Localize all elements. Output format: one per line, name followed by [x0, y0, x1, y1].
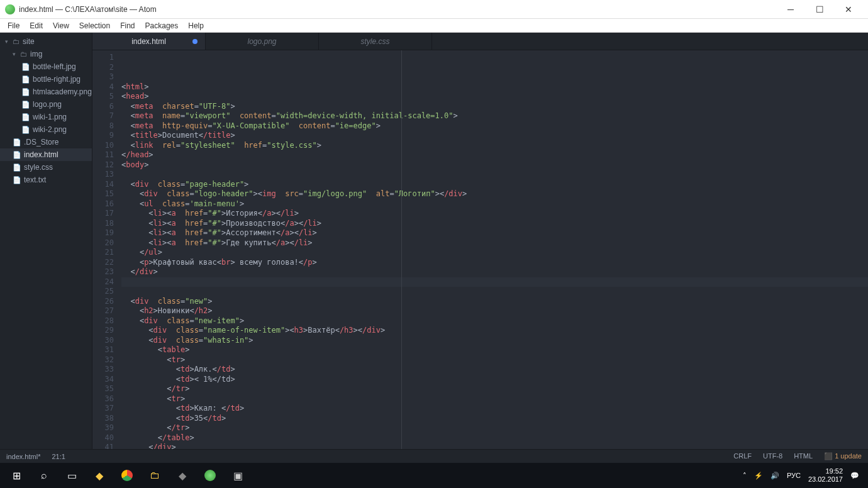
tab-logo-png[interactable]: logo.png: [206, 33, 319, 50]
status-encoding[interactable]: UTF-8: [763, 452, 782, 460]
wrap-guide: [401, 50, 402, 449]
window-controls: ─ ☐ ✕: [776, 0, 863, 19]
file-icon: 📄: [13, 164, 21, 172]
file-icon: 📄: [13, 151, 21, 159]
file-icon: 📄: [21, 63, 30, 71]
tree-label: .DS_Store: [24, 138, 58, 147]
tree-file[interactable]: 📄 wiki-2.png: [0, 123, 92, 136]
window-title: index.html — C:\ЛЕХА\атом\site — Atom: [19, 5, 157, 14]
tree-file[interactable]: 📄 htmlacademy.png: [0, 86, 92, 98]
status-cursor[interactable]: 21:1: [52, 453, 65, 460]
chevron-down-icon: ▾: [5, 38, 11, 45]
taskbar-atom[interactable]: [196, 463, 224, 488]
tree-label: img: [30, 50, 42, 58]
taskbar-chrome[interactable]: [113, 463, 141, 488]
atom-icon: [204, 470, 216, 481]
start-button[interactable]: ⊞: [3, 463, 30, 488]
tree-label: bottle-left.jpg: [33, 62, 76, 71]
tab-label: index.html: [131, 37, 166, 46]
windows-icon: ⊞: [9, 469, 23, 482]
tree-file[interactable]: 📄 bottle-right.jpg: [0, 73, 92, 86]
status-eol[interactable]: CRLF: [733, 452, 752, 460]
tab-label: style.css: [360, 37, 389, 46]
menu-selection[interactable]: Selection: [74, 20, 115, 31]
tree-label: bottle-right.jpg: [33, 75, 81, 84]
folder-icon: 🗀: [148, 469, 162, 482]
notifications-icon[interactable]: 💬: [850, 472, 859, 480]
tree-file[interactable]: 📄 text.txt: [0, 174, 92, 186]
file-tree[interactable]: ▾ 🗀 site ▾ 🗀 img 📄 bottle-left.jpg 📄 bot…: [0, 33, 92, 449]
system-tray[interactable]: ˄ ⚡ 🔊 РУС 19:52 23.02.2017 💬: [743, 467, 865, 484]
tree-label: wiki-2.png: [33, 125, 67, 134]
taskview-icon: ▭: [65, 469, 79, 482]
status-update[interactable]: ⬛ 1 update: [824, 452, 862, 460]
tree-label: site: [23, 37, 35, 46]
menu-file[interactable]: File: [3, 20, 25, 31]
file-icon: 📄: [21, 101, 30, 109]
file-icon: 📄: [21, 88, 30, 96]
tray-chevron-up-icon[interactable]: ˄: [743, 472, 747, 480]
tree-file[interactable]: 📄 logo.png: [0, 98, 92, 111]
tree-file[interactable]: 📄 style.css: [0, 161, 92, 174]
tab-label: logo.png: [247, 37, 276, 46]
file-icon: 📄: [13, 176, 21, 184]
code-content[interactable]: <html><head> <meta charset="UTF-8"> <met…: [121, 50, 868, 449]
taskbar-explorer[interactable]: 🗀: [141, 463, 169, 488]
tree-folder-img[interactable]: ▾ 🗀 img: [0, 48, 92, 60]
tree-file[interactable]: 📄 .DS_Store: [0, 136, 92, 148]
taskbar-terminal[interactable]: ▣: [224, 463, 252, 488]
app-icon: ◆: [92, 469, 106, 482]
keyboard-lang[interactable]: РУС: [787, 472, 801, 479]
terminal-icon: ▣: [231, 469, 245, 482]
menu-view[interactable]: View: [48, 20, 74, 31]
menu-packages[interactable]: Packages: [140, 20, 184, 31]
status-bar: index.html* 21:1 CRLF UTF-8 HTML ⬛ 1 upd…: [0, 449, 868, 463]
tree-file-index[interactable]: 📄 index.html: [0, 148, 92, 161]
tree-label: htmlacademy.png: [33, 87, 92, 96]
taskbar: ⊞ ⌕ ▭ ◆ 🗀 ◆ ▣ ˄ ⚡ 🔊 РУС 19:52 23.02.2017…: [0, 463, 868, 488]
tab-bar: index.html logo.png style.css: [92, 33, 868, 50]
title-bar: index.html — C:\ЛЕХА\атом\site — Atom ─ …: [0, 0, 868, 19]
status-language[interactable]: HTML: [794, 452, 813, 460]
tree-label: logo.png: [33, 100, 62, 109]
maximize-button[interactable]: ☐: [805, 0, 834, 19]
menu-help[interactable]: Help: [183, 20, 209, 31]
close-button[interactable]: ✕: [834, 0, 863, 19]
tab-index-html[interactable]: index.html: [92, 33, 206, 50]
file-icon: 📄: [21, 113, 30, 121]
chrome-icon: [121, 470, 133, 481]
taskbar-app[interactable]: ◆: [169, 463, 196, 488]
task-view-button[interactable]: ▭: [58, 463, 86, 488]
atom-icon: [5, 4, 15, 14]
file-icon: 📄: [21, 75, 30, 84]
file-icon: 📄: [13, 138, 21, 147]
search-icon: ⌕: [37, 469, 51, 482]
line-number-gutter: 1234567891011121314151617181920212223242…: [92, 50, 121, 449]
taskbar-app[interactable]: ◆: [86, 463, 113, 488]
folder-icon: 🗀: [19, 50, 28, 58]
menu-edit[interactable]: Edit: [25, 20, 48, 31]
menu-bar: File Edit View Selection Find Packages H…: [0, 19, 868, 33]
clock[interactable]: 19:52 23.02.2017: [808, 467, 843, 484]
tree-label: text.txt: [24, 175, 46, 184]
dirty-indicator-icon: [192, 39, 198, 44]
code-editor[interactable]: 1234567891011121314151617181920212223242…: [92, 50, 868, 449]
file-icon: 📄: [21, 126, 30, 134]
folder-icon: 🗀: [11, 38, 20, 45]
menu-find[interactable]: Find: [115, 20, 140, 31]
app-icon: ◆: [175, 469, 189, 482]
app-body: ▾ 🗀 site ▾ 🗀 img 📄 bottle-left.jpg 📄 bot…: [0, 33, 868, 449]
tree-file[interactable]: 📄 wiki-1.png: [0, 111, 92, 123]
wifi-icon[interactable]: ⚡: [754, 472, 763, 480]
tab-style-css[interactable]: style.css: [319, 33, 432, 50]
tree-file[interactable]: 📄 bottle-left.jpg: [0, 60, 92, 73]
tree-label: wiki-1.png: [33, 113, 67, 121]
status-file[interactable]: index.html*: [6, 453, 40, 460]
tree-label: index.html: [24, 150, 58, 159]
search-button[interactable]: ⌕: [30, 463, 58, 488]
tree-label: style.css: [24, 163, 53, 172]
editor-pane: index.html logo.png style.css 1234567891…: [92, 33, 868, 449]
tree-root[interactable]: ▾ 🗀 site: [0, 35, 92, 48]
minimize-button[interactable]: ─: [776, 0, 805, 19]
volume-icon[interactable]: 🔊: [771, 472, 779, 480]
